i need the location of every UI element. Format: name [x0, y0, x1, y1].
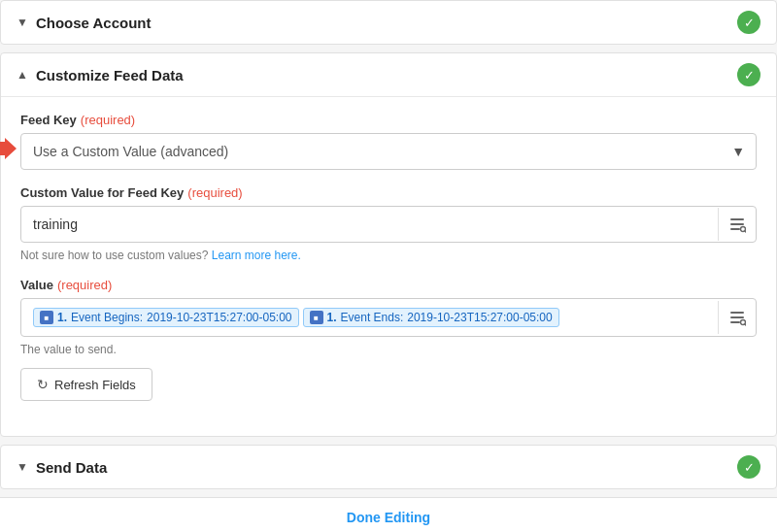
- svg-rect-8: [730, 321, 740, 323]
- custom-value-input-wrapper: [20, 206, 757, 243]
- feed-key-select-wrapper: Use a Custom Value (advanced) ▼: [20, 133, 757, 170]
- choose-account-header[interactable]: ▼ Choose Account ✓: [1, 1, 776, 44]
- send-data-status: ✓: [737, 455, 760, 479]
- event-ends-number: 1.: [327, 311, 337, 324]
- choose-account-section: ▼ Choose Account ✓: [0, 0, 777, 45]
- refresh-fields-label: Refresh Fields: [54, 378, 136, 392]
- feed-key-group: Feed Key(required) Use a Custom Value (a…: [20, 113, 757, 170]
- svg-rect-6: [730, 312, 744, 314]
- refresh-icon: ↻: [37, 377, 49, 392]
- learn-more-link[interactable]: Learn more here.: [212, 249, 301, 262]
- send-data-title: Send Data: [36, 459, 107, 476]
- svg-rect-1: [730, 218, 744, 220]
- event-begins-value: 2019-10-23T15:27:00-05:00: [147, 311, 291, 324]
- value-hint: The value to send.: [20, 343, 757, 356]
- feed-key-label: Feed Key(required): [20, 113, 757, 127]
- customize-feed-chevron: ▲: [17, 68, 28, 82]
- event-begins-chip[interactable]: ■ 1. Event Begins: 2019-10-23T15:27:00-0…: [33, 308, 299, 327]
- svg-rect-7: [730, 316, 744, 318]
- svg-rect-3: [730, 228, 740, 230]
- value-action-btn[interactable]: [718, 301, 756, 334]
- feed-key-select[interactable]: Use a Custom Value (advanced): [20, 133, 757, 170]
- custom-value-group: Custom Value for Feed Key(required): [20, 185, 757, 262]
- event-ends-value: 2019-10-23T15:27:00-05:00: [407, 311, 552, 324]
- custom-value-label: Custom Value for Feed Key(required): [20, 185, 757, 200]
- svg-rect-2: [730, 223, 744, 225]
- customize-feed-title: Customize Feed Data: [36, 67, 184, 83]
- customize-feed-body: Feed Key(required) Use a Custom Value (a…: [1, 97, 776, 436]
- event-begins-number: 1.: [57, 311, 67, 324]
- event-begins-label: Event Begins:: [71, 311, 143, 324]
- done-editing-link[interactable]: Done Editing: [347, 510, 430, 525]
- value-list-icon: [728, 309, 746, 326]
- choose-account-status: ✓: [737, 11, 760, 34]
- custom-value-input[interactable]: [21, 207, 718, 242]
- custom-value-action-btn[interactable]: [718, 208, 756, 241]
- customize-feed-section: ▲ Customize Feed Data ✓ Feed Key(require…: [0, 52, 777, 437]
- customize-feed-status: ✓: [737, 63, 760, 86]
- value-group: Value(required) ■ 1. Event Begins: 2019-…: [20, 278, 757, 401]
- feed-key-input-row: Use a Custom Value (advanced) ▼: [20, 133, 757, 170]
- send-data-section: ▼ Send Data ✓: [0, 445, 777, 489]
- done-editing-row: Done Editing: [0, 497, 777, 532]
- event-ends-icon: ■: [310, 311, 323, 324]
- customize-feed-header[interactable]: ▲ Customize Feed Data ✓: [1, 53, 776, 97]
- event-ends-label: Event Ends:: [341, 311, 404, 324]
- custom-value-hint: Not sure how to use custom values? Learn…: [20, 249, 757, 262]
- choose-account-title: Choose Account: [36, 15, 152, 31]
- arrow-indicator: [0, 138, 17, 165]
- choose-account-chevron: ▼: [17, 16, 28, 29]
- svg-marker-0: [0, 138, 17, 159]
- value-content: ■ 1. Event Begins: 2019-10-23T15:27:00-0…: [21, 300, 718, 335]
- list-icon: [728, 216, 746, 233]
- svg-line-10: [745, 324, 746, 326]
- svg-line-5: [745, 231, 746, 233]
- send-data-header[interactable]: ▼ Send Data ✓: [1, 446, 776, 488]
- value-label: Value(required): [20, 278, 757, 292]
- event-begins-icon: ■: [40, 311, 53, 324]
- refresh-fields-button[interactable]: ↻ Refresh Fields: [20, 368, 152, 401]
- value-display: ■ 1. Event Begins: 2019-10-23T15:27:00-0…: [20, 298, 757, 337]
- event-ends-chip[interactable]: ■ 1. Event Ends: 2019-10-23T15:27:00-05:…: [303, 308, 559, 327]
- send-data-chevron: ▼: [17, 460, 28, 474]
